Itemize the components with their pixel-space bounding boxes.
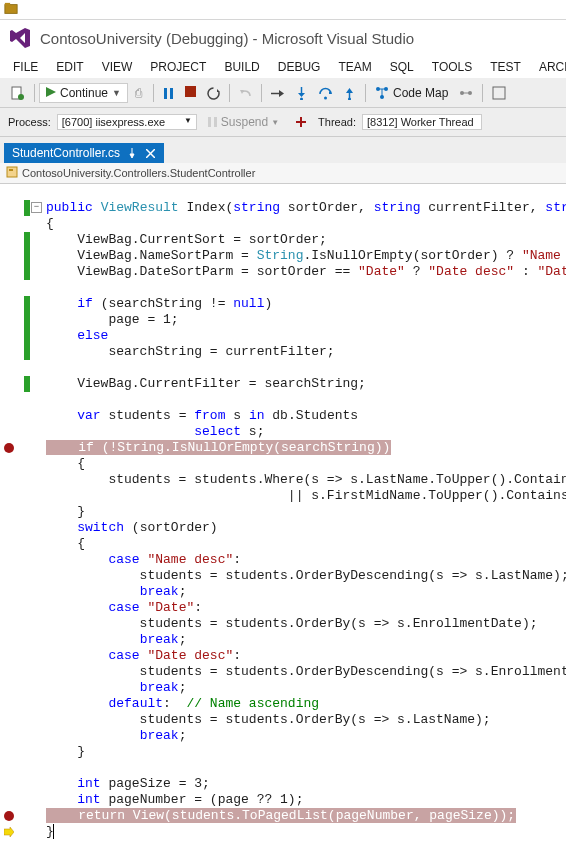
separator bbox=[229, 84, 230, 102]
tab-strip: StudentController.cs bbox=[0, 137, 566, 163]
menu-architect[interactable]: ARCHITECT bbox=[530, 56, 566, 78]
menu-view[interactable]: VIEW bbox=[93, 56, 142, 78]
code-line[interactable]: break; bbox=[46, 728, 566, 744]
process-combo[interactable]: [6700] iisexpress.exe ▼ bbox=[57, 114, 197, 130]
menu-file[interactable]: FILE bbox=[4, 56, 47, 78]
collapse-toggle[interactable]: − bbox=[31, 202, 42, 213]
code-line[interactable]: var students = from s in db.Students bbox=[46, 408, 566, 424]
svg-point-13 bbox=[300, 97, 303, 100]
code-line[interactable]: switch (sortOrder) bbox=[46, 520, 566, 536]
code-line[interactable]: public ViewResult Index(string sortOrder… bbox=[46, 200, 566, 216]
breakpoint-gutter[interactable] bbox=[0, 184, 24, 840]
collapse-column[interactable]: − bbox=[30, 184, 44, 840]
new-item-button[interactable] bbox=[6, 82, 30, 104]
stop-button[interactable] bbox=[180, 82, 201, 104]
code-line[interactable]: ViewBag.CurrentFilter = searchString; bbox=[46, 376, 566, 392]
code-area[interactable]: public ViewResult Index(string sortOrder… bbox=[44, 184, 566, 840]
code-line[interactable]: break; bbox=[46, 584, 566, 600]
svg-point-3 bbox=[18, 94, 24, 100]
tab-studentcontroller[interactable]: StudentController.cs bbox=[4, 143, 164, 163]
svg-rect-1 bbox=[5, 3, 10, 6]
code-line[interactable]: return View(students.ToPagedList(pageNum… bbox=[46, 808, 566, 824]
svg-marker-33 bbox=[4, 827, 14, 837]
breakpoint-icon[interactable] bbox=[4, 443, 14, 453]
show-next-button[interactable] bbox=[266, 82, 289, 104]
code-line[interactable] bbox=[46, 280, 566, 296]
continue-button[interactable]: Continue ▼ bbox=[39, 83, 128, 103]
code-line[interactable]: students = students.Where(s => s.LastNam… bbox=[46, 472, 566, 488]
svg-rect-31 bbox=[7, 167, 17, 177]
code-line[interactable]: break; bbox=[46, 680, 566, 696]
class-icon bbox=[6, 166, 18, 180]
undo-button[interactable] bbox=[234, 82, 257, 104]
code-line[interactable]: || s.FirstMidName.ToUpper().Contains(sea… bbox=[46, 488, 566, 504]
code-line[interactable]: int pageSize = 3; bbox=[46, 776, 566, 792]
code-line[interactable]: ViewBag.CurrentSort = sortOrder; bbox=[46, 232, 566, 248]
code-line[interactable]: } bbox=[46, 504, 566, 520]
code-line[interactable]: break; bbox=[46, 632, 566, 648]
svg-rect-6 bbox=[170, 88, 173, 99]
chevron-down-icon: ▼ bbox=[271, 118, 279, 127]
suspend-button[interactable]: Suspend ▼ bbox=[203, 111, 284, 133]
process-label: Process: bbox=[8, 116, 51, 128]
code-line[interactable]: else bbox=[46, 328, 566, 344]
svg-marker-16 bbox=[346, 88, 353, 93]
restart-button[interactable] bbox=[202, 82, 225, 104]
code-line[interactable]: { bbox=[46, 216, 566, 232]
step-out-button[interactable] bbox=[338, 82, 361, 104]
code-line[interactable] bbox=[46, 760, 566, 776]
code-line[interactable] bbox=[46, 360, 566, 376]
code-line[interactable]: select s; bbox=[46, 424, 566, 440]
code-editor[interactable]: − public ViewResult Index(string sortOrd… bbox=[0, 184, 566, 840]
code-line[interactable]: case "Date": bbox=[46, 600, 566, 616]
code-line[interactable]: { bbox=[46, 456, 566, 472]
code-line[interactable]: case "Name desc": bbox=[46, 552, 566, 568]
code-line[interactable]: students = students.OrderBy(s => s.Enrol… bbox=[46, 616, 566, 632]
attach-button[interactable]: ⎙ bbox=[129, 82, 149, 104]
menu-test[interactable]: TEST bbox=[481, 56, 530, 78]
svg-rect-32 bbox=[9, 169, 13, 171]
code-line[interactable]: case "Date desc": bbox=[46, 648, 566, 664]
code-line[interactable]: students = students.OrderByDescending(s … bbox=[46, 568, 566, 584]
code-line[interactable]: if (!String.IsNullOrEmpty(searchString)) bbox=[46, 440, 566, 456]
menu-team[interactable]: TEAM bbox=[329, 56, 380, 78]
step-into-button[interactable] bbox=[290, 82, 313, 104]
code-line[interactable]: } bbox=[46, 744, 566, 760]
system-bar bbox=[0, 0, 566, 20]
thread-combo[interactable]: [8312] Worker Thread bbox=[362, 114, 482, 130]
codemap-button[interactable]: Code Map bbox=[370, 82, 453, 104]
chevron-down-icon: ▼ bbox=[112, 88, 121, 98]
code-line[interactable]: searchString = currentFilter; bbox=[46, 344, 566, 360]
main-toolbar: Continue ▼ ⎙ Code Map bbox=[0, 79, 566, 108]
suspend-label: Suspend bbox=[221, 115, 268, 129]
separator bbox=[153, 84, 154, 102]
code-line[interactable]: } bbox=[46, 824, 566, 840]
pin-icon[interactable] bbox=[126, 147, 138, 159]
breakpoint-icon[interactable] bbox=[4, 811, 14, 821]
close-icon[interactable] bbox=[144, 147, 156, 159]
code-line[interactable]: page = 1; bbox=[46, 312, 566, 328]
code-line[interactable]: default: // Name ascending bbox=[46, 696, 566, 712]
code-line[interactable]: students = students.OrderBy(s => s.LastN… bbox=[46, 712, 566, 728]
menu-debug[interactable]: DEBUG bbox=[269, 56, 330, 78]
thread-value: [8312] Worker Thread bbox=[367, 116, 474, 128]
code-line[interactable]: if (searchString != null) bbox=[46, 296, 566, 312]
menu-tools[interactable]: TOOLS bbox=[423, 56, 481, 78]
breadcrumb-text: ContosoUniversity.Controllers.StudentCon… bbox=[22, 167, 255, 179]
code-line[interactable]: ViewBag.NameSortParm = String.IsNullOrEm… bbox=[46, 248, 566, 264]
misc-button[interactable] bbox=[487, 82, 511, 104]
codemap-find-button[interactable] bbox=[454, 82, 478, 104]
code-line[interactable]: students = students.OrderByDescending(s … bbox=[46, 664, 566, 680]
menu-sql[interactable]: SQL bbox=[381, 56, 423, 78]
menu-edit[interactable]: EDIT bbox=[47, 56, 92, 78]
breadcrumb[interactable]: ContosoUniversity.Controllers.StudentCon… bbox=[0, 163, 566, 184]
pause-button[interactable] bbox=[158, 82, 179, 104]
thread-icon bbox=[290, 111, 312, 133]
menu-project[interactable]: PROJECT bbox=[141, 56, 215, 78]
step-over-button[interactable] bbox=[314, 82, 337, 104]
code-line[interactable]: ViewBag.DateSortParm = sortOrder == "Dat… bbox=[46, 264, 566, 280]
code-line[interactable]: { bbox=[46, 536, 566, 552]
menu-build[interactable]: BUILD bbox=[215, 56, 268, 78]
code-line[interactable] bbox=[46, 392, 566, 408]
code-line[interactable]: int pageNumber = (page ?? 1); bbox=[46, 792, 566, 808]
